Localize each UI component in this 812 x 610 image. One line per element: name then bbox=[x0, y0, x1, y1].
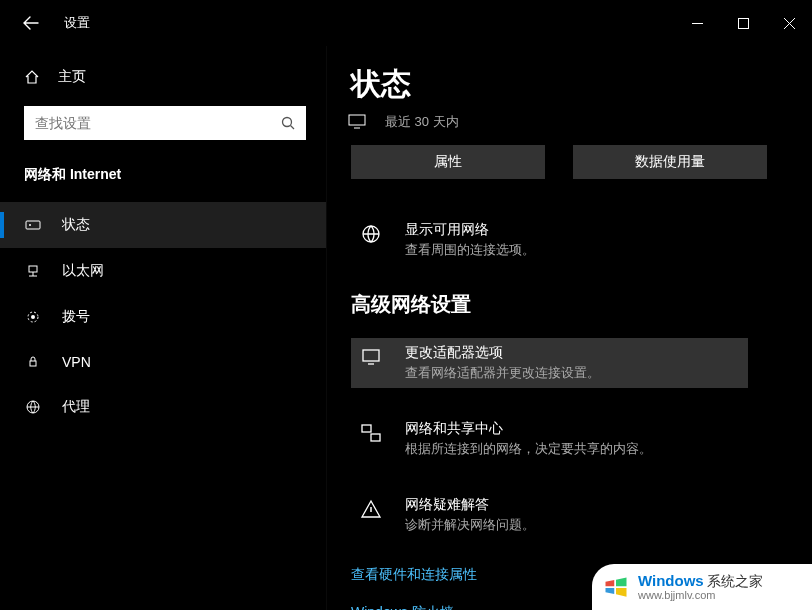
sidebar-item-label: VPN bbox=[62, 354, 91, 370]
svg-rect-7 bbox=[30, 361, 36, 366]
watermark-suffix: 系统之家 bbox=[707, 573, 763, 589]
sharing-center-sub: 根据所连接到的网络，决定要共享的内容。 bbox=[405, 440, 778, 458]
search-input[interactable] bbox=[35, 107, 281, 139]
minimize-button[interactable] bbox=[674, 0, 720, 46]
dialup-icon bbox=[24, 309, 42, 325]
windows-logo-icon bbox=[602, 573, 630, 601]
svg-rect-9 bbox=[349, 115, 365, 125]
titlebar: 设置 bbox=[0, 0, 812, 46]
properties-button[interactable]: 属性 bbox=[351, 145, 545, 179]
svg-rect-4 bbox=[29, 266, 37, 272]
sidebar: 主页 网络和 Internet 状态 以太网 拨号 bbox=[0, 46, 327, 610]
sidebar-item-dialup[interactable]: 拨号 bbox=[0, 294, 326, 340]
sidebar-item-label: 代理 bbox=[62, 398, 90, 416]
close-button[interactable] bbox=[766, 0, 812, 46]
search-icon bbox=[281, 116, 295, 130]
svg-rect-0 bbox=[738, 18, 748, 28]
window-title: 设置 bbox=[64, 14, 90, 32]
proxy-icon bbox=[24, 399, 42, 415]
troubleshoot-title: 网络疑难解答 bbox=[405, 496, 778, 514]
show-networks-sub: 查看周围的连接选项。 bbox=[405, 241, 778, 259]
sidebar-item-label: 状态 bbox=[62, 216, 90, 234]
properties-label: 属性 bbox=[434, 153, 462, 171]
sidebar-item-proxy[interactable]: 代理 bbox=[0, 384, 326, 430]
svg-point-1 bbox=[283, 118, 292, 127]
main-pane: 状态 最近 30 天内 属性 数据使用量 显示可用网络 查看周围的连接选项。 高… bbox=[327, 46, 812, 610]
svg-rect-11 bbox=[363, 350, 379, 361]
globe-icon bbox=[357, 221, 385, 259]
status-icon bbox=[24, 217, 42, 233]
home-link[interactable]: 主页 bbox=[0, 58, 326, 96]
adapter-options-title: 更改适配器选项 bbox=[405, 344, 738, 362]
maximize-icon bbox=[738, 18, 749, 29]
vpn-icon bbox=[24, 354, 42, 370]
close-icon bbox=[784, 18, 795, 29]
svg-rect-12 bbox=[362, 425, 371, 432]
watermark-url: www.bjjmlv.com bbox=[638, 589, 763, 601]
advanced-heading: 高级网络设置 bbox=[351, 291, 788, 318]
category-title: 网络和 Internet bbox=[0, 166, 326, 202]
sidebar-item-label: 拨号 bbox=[62, 308, 90, 326]
watermark: Windows 系统之家 www.bjjmlv.com bbox=[592, 564, 812, 610]
sidebar-item-vpn[interactable]: VPN bbox=[0, 340, 326, 384]
back-button[interactable] bbox=[22, 14, 40, 32]
sharing-center-title: 网络和共享中心 bbox=[405, 420, 778, 438]
warning-icon bbox=[357, 496, 385, 534]
svg-rect-2 bbox=[26, 221, 40, 229]
back-arrow-icon bbox=[23, 15, 39, 31]
ethernet-icon bbox=[24, 263, 42, 279]
watermark-brand: Windows bbox=[638, 572, 704, 589]
monitor-icon bbox=[357, 344, 385, 382]
svg-point-5 bbox=[31, 315, 35, 319]
page-title: 状态 bbox=[351, 64, 788, 105]
sidebar-item-ethernet[interactable]: 以太网 bbox=[0, 248, 326, 294]
summary-text: 最近 30 天内 bbox=[385, 113, 459, 131]
window-controls bbox=[674, 0, 812, 46]
search-box[interactable] bbox=[24, 106, 306, 140]
adapter-options-sub: 查看网络适配器并更改连接设置。 bbox=[405, 364, 738, 382]
sharing-icon bbox=[357, 420, 385, 458]
show-networks-title: 显示可用网络 bbox=[405, 221, 778, 239]
show-networks-entry[interactable]: 显示可用网络 查看周围的连接选项。 bbox=[351, 215, 788, 265]
troubleshoot-sub: 诊断并解决网络问题。 bbox=[405, 516, 778, 534]
data-usage-button[interactable]: 数据使用量 bbox=[573, 145, 767, 179]
maximize-button[interactable] bbox=[720, 0, 766, 46]
troubleshoot-entry[interactable]: 网络疑难解答 诊断并解决网络问题。 bbox=[351, 490, 788, 540]
svg-point-3 bbox=[29, 224, 31, 226]
home-icon bbox=[24, 69, 40, 85]
svg-rect-13 bbox=[371, 434, 380, 441]
home-label: 主页 bbox=[58, 68, 86, 86]
minimize-icon bbox=[692, 18, 703, 29]
adapter-options-entry[interactable]: 更改适配器选项 查看网络适配器并更改连接设置。 bbox=[351, 338, 748, 388]
data-usage-label: 数据使用量 bbox=[635, 153, 705, 171]
sidebar-item-status[interactable]: 状态 bbox=[0, 202, 326, 248]
sidebar-item-label: 以太网 bbox=[62, 262, 104, 280]
sharing-center-entry[interactable]: 网络和共享中心 根据所连接到的网络，决定要共享的内容。 bbox=[351, 414, 788, 464]
monitor-icon bbox=[347, 114, 367, 130]
